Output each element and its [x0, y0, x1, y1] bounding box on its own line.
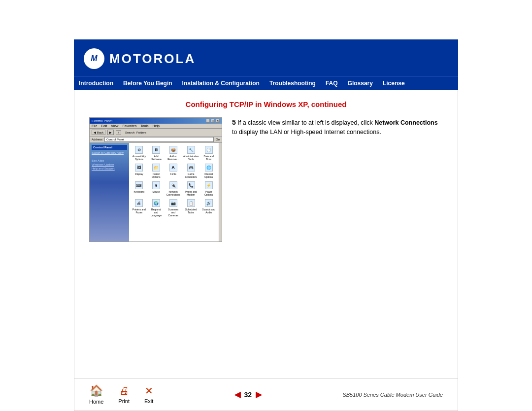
folder-options-icon: 📁	[152, 164, 160, 171]
screenshot-menubar: File Edit View Favorites Tools Help	[90, 124, 222, 129]
admin-tools-icon: 🔧	[187, 146, 195, 154]
accessibility-label: Accessibility Options	[132, 155, 146, 161]
home-label: Home	[89, 399, 103, 405]
icon-admin-tools[interactable]: 🔧 Administrative Tools	[182, 145, 200, 162]
step-content: 5 If a classic view similar to at left i…	[232, 117, 443, 137]
phone-modem-icon: 📞	[187, 181, 195, 189]
icon-printers[interactable]: 🖨 Printers and Faxes	[131, 198, 147, 218]
footer-center: ◀ 32 ▶	[234, 390, 262, 399]
folders-label: Folders	[136, 131, 146, 134]
scheduled-tasks-icon: 📋	[187, 199, 195, 207]
icon-display[interactable]: 🖼 Display	[131, 163, 147, 179]
nav-troubleshooting[interactable]: Troubleshooting	[265, 76, 321, 90]
address-input[interactable]: Control Panel	[104, 137, 214, 142]
menu-favorites[interactable]: Favorites	[122, 124, 136, 128]
menu-tools[interactable]: Tools	[140, 124, 148, 128]
page-wrapper: M MOTOROLA Introduction Before You Begin…	[0, 0, 532, 411]
folder-options-label: Folder Options	[149, 172, 164, 178]
page-number: 32	[244, 391, 252, 399]
icon-add-remove[interactable]: 📦 Add or Remove...	[165, 145, 181, 162]
date-time-label: Date and Time	[201, 155, 216, 161]
titlebar-buttons: _ □ ✕	[206, 119, 220, 123]
network-connections-icon: 🔌	[169, 181, 177, 189]
exit-button[interactable]: ✕ Exit	[144, 385, 153, 404]
printers-icon: 🖨	[135, 199, 143, 207]
nav-faq[interactable]: FAQ	[321, 76, 343, 90]
screenshot-body: Control Panel Switch to Category View Se…	[90, 143, 222, 241]
icon-network-connections[interactable]: 🔌 Network Connections	[165, 180, 181, 197]
icon-keyboard[interactable]: ⌨ Keyboard	[131, 180, 147, 197]
address-label: Address	[92, 138, 102, 141]
sidebar-link-windows-update[interactable]: Windows Update	[92, 163, 127, 166]
step-text-end: to display the LAN or High-speed Interne…	[232, 129, 381, 136]
icon-accessibility[interactable]: ⚙ Accessibility Options	[131, 145, 147, 162]
screenshot-titlebar: Control Panel _ □ ✕	[90, 118, 222, 124]
screenshot-title: Control Panel	[92, 119, 112, 123]
exit-label: Exit	[144, 398, 153, 404]
internet-options-label: Internet Options	[201, 172, 216, 178]
add-remove-label: Add or Remove...	[166, 155, 180, 161]
icon-game-controllers[interactable]: 🎮 Game Controllers	[182, 163, 200, 179]
screenshot-sidebar: Control Panel Switch to Category View Se…	[90, 143, 129, 241]
next-page-arrow[interactable]: ▶	[256, 390, 262, 399]
icon-folder-options[interactable]: 📁 Folder Options	[148, 163, 165, 179]
sidebar-link-category[interactable]: Switch to Category View	[92, 151, 127, 154]
icon-scheduled-tasks[interactable]: 📋 Scheduled Tasks	[182, 198, 200, 218]
game-controllers-icon: 🎮	[187, 164, 195, 171]
icon-scanners[interactable]: 📷 Scanners and Cameras	[165, 198, 181, 218]
step-text-intro: If a classic view similar to at left is …	[237, 119, 374, 126]
nav-installation-configuration[interactable]: Installation & Configuration	[177, 76, 265, 90]
icon-date-time[interactable]: 🕐 Date and Time	[200, 145, 217, 162]
network-connections-label: Network Connections	[166, 190, 180, 196]
nav-introduction[interactable]: Introduction	[74, 76, 118, 90]
sidebar-title: Control Panel	[92, 145, 127, 150]
icon-sounds[interactable]: 🔊 Sounds and Audio	[200, 198, 217, 218]
accessibility-icon: ⚙	[135, 146, 143, 154]
content-row: Control Panel _ □ ✕ File Edit View Favor…	[89, 117, 443, 242]
scrollbar[interactable]	[219, 143, 222, 241]
nav-license[interactable]: License	[378, 76, 410, 90]
screenshot-main-content: ⚙ Accessibility Options 🖥 Add Hardware 📦…	[129, 143, 219, 241]
go-button[interactable]: Go	[216, 138, 220, 141]
icon-mouse[interactable]: 🖱 Mouse	[148, 180, 165, 197]
print-icon: 🖨	[119, 385, 129, 397]
up-button[interactable]: ↑	[116, 130, 121, 135]
display-icon: 🖼	[135, 164, 143, 171]
home-button[interactable]: 🏠 Home	[89, 384, 103, 405]
scheduled-tasks-label: Scheduled Tasks	[183, 208, 199, 214]
menu-file[interactable]: File	[92, 124, 97, 128]
close-button[interactable]: ✕	[216, 119, 220, 123]
screenshot-toolbar: ◀ Back ▶ ↑ Search Folders	[90, 129, 222, 137]
regional-icon: 🌍	[152, 199, 160, 207]
search-label: Search	[125, 131, 134, 134]
menu-edit[interactable]: Edit	[101, 124, 107, 128]
menu-help[interactable]: Help	[153, 124, 160, 128]
minimize-button[interactable]: _	[206, 119, 210, 123]
page-title: Configuring TCP/IP in Windows XP, contin…	[89, 100, 443, 108]
prev-page-arrow[interactable]: ◀	[234, 390, 240, 399]
back-button[interactable]: ◀ Back	[92, 130, 105, 135]
scanners-label: Scanners and Cameras	[166, 208, 180, 217]
regional-label: Regional and Language	[149, 208, 164, 217]
mouse-label: Mouse	[152, 190, 160, 193]
screenshot-addressbar: Address Control Panel Go	[90, 137, 222, 143]
fonts-icon: A	[169, 164, 177, 171]
forward-button[interactable]: ▶	[107, 130, 114, 135]
menu-view[interactable]: View	[111, 124, 118, 128]
icon-add-hardware[interactable]: 🖥 Add Hardware	[148, 145, 165, 162]
nav-bar: Introduction Before You Begin Installati…	[74, 76, 458, 90]
nav-before-you-begin[interactable]: Before You Begin	[118, 76, 177, 90]
icon-fonts[interactable]: A Fonts	[165, 163, 181, 179]
icon-internet-options[interactable]: 🌐 Internet Options	[200, 163, 217, 179]
icon-regional[interactable]: 🌍 Regional and Language	[148, 198, 165, 218]
step-number: 5	[232, 118, 236, 126]
motorola-brand-text: MOTOROLA	[109, 51, 196, 67]
sidebar-link-help[interactable]: Help and Support	[92, 167, 127, 170]
print-button[interactable]: 🖨 Print	[118, 385, 130, 404]
nav-glossary[interactable]: Glossary	[343, 76, 378, 90]
icon-power-options[interactable]: ⚡ Power Options	[200, 180, 217, 197]
maximize-button[interactable]: □	[211, 119, 215, 123]
icon-phone-modem[interactable]: 📞 Phone and Modem	[182, 180, 200, 197]
sounds-label: Sounds and Audio	[201, 208, 216, 214]
power-options-icon: ⚡	[205, 181, 213, 189]
